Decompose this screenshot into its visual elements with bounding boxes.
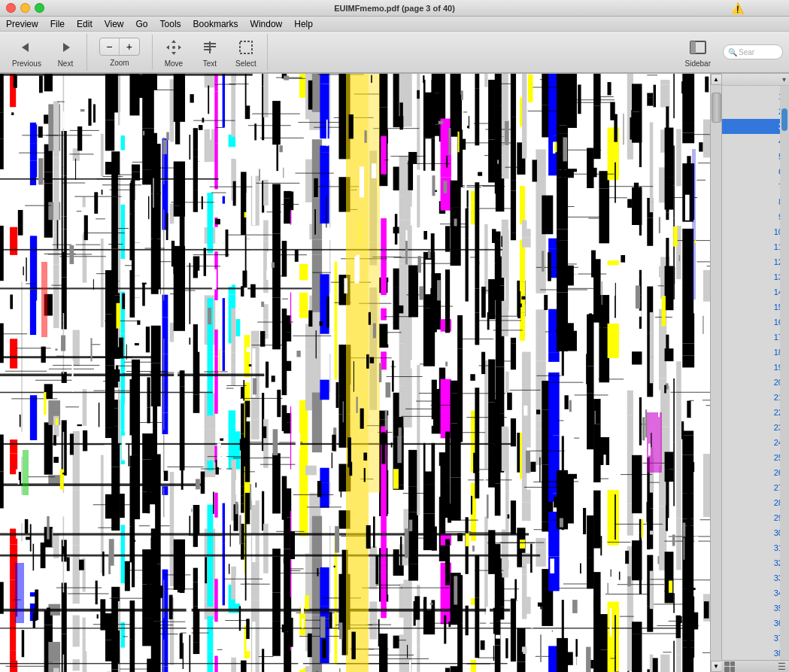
select-icon [234, 37, 258, 58]
pdf-canvas [0, 74, 710, 672]
page-item-10[interactable]: 10 [722, 224, 789, 239]
minimize-button[interactable] [20, 3, 30, 13]
close-button[interactable] [6, 3, 16, 13]
maximize-button[interactable] [35, 3, 44, 13]
scroll-thumb[interactable] [712, 93, 721, 123]
menu-preview[interactable]: Preview [6, 19, 38, 29]
page-item-26[interactable]: 26 [722, 465, 789, 480]
page-item-5[interactable]: 5 [722, 149, 789, 164]
text-button[interactable]: Text [192, 34, 228, 71]
svg-rect-4 [209, 41, 211, 53]
scroll-track[interactable] [711, 85, 722, 661]
page-list[interactable]: 1234567891011121314151617181920212223242… [722, 86, 789, 672]
page-item-21[interactable]: 21 [722, 390, 789, 405]
page-item-33[interactable]: 33 [722, 570, 789, 585]
page-item-32[interactable]: 32 [722, 555, 789, 570]
previous-label: Previous [12, 59, 41, 68]
page-item-18[interactable]: 18 [722, 345, 789, 360]
page-item-17[interactable]: 17 [722, 330, 789, 345]
page-item-6[interactable]: 6 [722, 164, 789, 179]
previous-button[interactable]: Previous [6, 34, 47, 71]
sidebar-bottom-bar: ☰ [721, 660, 789, 672]
menu-bar: Preview File Edit View Go Tools Bookmark… [0, 17, 789, 32]
zoom-group: − + Zoom [90, 35, 153, 70]
menu-window[interactable]: Window [250, 19, 283, 29]
sidebar-dropdown-icon: ▾ [782, 75, 786, 84]
page-item-19[interactable]: 19 [722, 360, 789, 375]
page-item-37[interactable]: 37 [722, 631, 789, 646]
select-label: Select [235, 59, 256, 68]
page-item-16[interactable]: 16 [722, 315, 789, 330]
page-item-34[interactable]: 34 [722, 585, 789, 601]
zoom-label: Zoom [110, 59, 129, 67]
page-item-3[interactable]: 3 [722, 119, 789, 134]
pdf-content [0, 74, 710, 672]
warning-icon: ⚠️ [731, 2, 744, 14]
previous-icon [14, 37, 38, 58]
move-label: Move [165, 59, 183, 68]
sidebar-scroll-thumb[interactable] [781, 108, 787, 131]
page-item-22[interactable]: 22 [722, 405, 789, 420]
menu-bookmarks[interactable]: Bookmarks [193, 19, 238, 29]
sidebar-icon [686, 37, 710, 58]
menu-tools[interactable]: Tools [160, 19, 181, 29]
select-button[interactable]: Select [228, 34, 268, 71]
move-icon [162, 37, 186, 58]
search-box[interactable]: 🔍 Sear [723, 44, 783, 59]
page-item-31[interactable]: 31 [722, 540, 789, 555]
page-item-30[interactable]: 30 [722, 525, 789, 540]
toolbar: Previous Next − + Zoom Move Text Select [0, 32, 789, 74]
main-area: ▲ ▼ ▾ 1234567891011121314151617181920212… [0, 74, 789, 672]
page-item-20[interactable]: 20 [722, 375, 789, 390]
list-view-icon[interactable]: ☰ [778, 661, 786, 672]
search-placeholder: Sear [739, 48, 754, 56]
svg-rect-5 [240, 41, 252, 53]
window-controls [6, 3, 44, 13]
move-button[interactable]: Move [156, 34, 192, 71]
page-item-28[interactable]: 28 [722, 495, 789, 510]
sidebar-header: ▾ [722, 74, 789, 86]
grid-view-icon[interactable] [724, 661, 735, 672]
page-item-36[interactable]: 36 [722, 616, 789, 631]
sidebar: ▾ 12345678910111213141516171819202122232… [721, 74, 789, 672]
page-item-35[interactable]: 35 [722, 601, 789, 616]
page-item-13[interactable]: 13 [722, 269, 789, 284]
zoom-in-button[interactable]: + [120, 38, 139, 55]
scroll-up-arrow[interactable]: ▲ [711, 74, 722, 85]
sidebar-button[interactable]: Sidebar [679, 34, 717, 71]
page-item-23[interactable]: 23 [722, 420, 789, 435]
page-item-27[interactable]: 27 [722, 480, 789, 495]
page-item-12[interactable]: 12 [722, 254, 789, 269]
page-item-1[interactable]: 1 [722, 89, 789, 104]
scroll-down-arrow[interactable]: ▼ [711, 661, 722, 672]
page-item-14[interactable]: 14 [722, 284, 789, 300]
title-bar: EUIMFmemo.pdf (page 3 of 40) ⚠️ [0, 0, 789, 17]
page-item-25[interactable]: 25 [722, 450, 789, 465]
page-item-9[interactable]: 9 [722, 209, 789, 224]
page-item-24[interactable]: 24 [722, 435, 789, 450]
pdf-view[interactable]: ▲ ▼ [0, 74, 721, 672]
menu-go[interactable]: Go [136, 19, 148, 29]
sidebar-scroll-track[interactable] [780, 86, 789, 672]
svg-rect-7 [690, 41, 696, 53]
page-item-4[interactable]: 4 [722, 134, 789, 149]
menu-help[interactable]: Help [294, 19, 313, 29]
next-label: Next [58, 59, 74, 68]
pdf-scrollbar[interactable]: ▲ ▼ [710, 74, 721, 672]
page-item-15[interactable]: 15 [722, 300, 789, 315]
zoom-out-button[interactable]: − [100, 38, 120, 55]
menu-file[interactable]: File [50, 19, 65, 29]
svg-point-0 [172, 46, 175, 49]
page-item-7[interactable]: 7 [722, 179, 789, 194]
sidebar-label: Sidebar [685, 59, 711, 68]
menu-edit[interactable]: Edit [77, 19, 93, 29]
page-item-29[interactable]: 29 [722, 510, 789, 525]
text-icon [198, 37, 222, 58]
next-button[interactable]: Next [47, 34, 87, 71]
page-item-11[interactable]: 11 [722, 239, 789, 254]
page-item-2[interactable]: 2 [722, 104, 789, 119]
page-item-38[interactable]: 38 [722, 646, 789, 661]
menu-view[interactable]: View [105, 19, 124, 29]
text-label: Text [203, 59, 217, 68]
page-item-8[interactable]: 8 [722, 194, 789, 209]
